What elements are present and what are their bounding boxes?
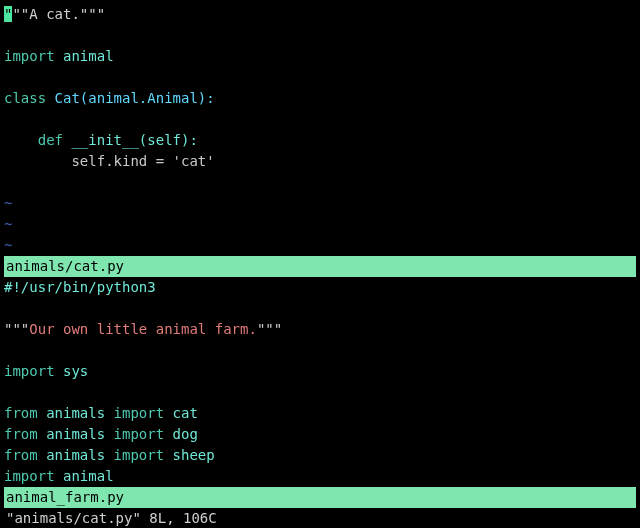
- import-target: sheep: [164, 447, 215, 463]
- keyword-import: import: [114, 426, 165, 442]
- keyword-from: from: [4, 405, 38, 421]
- indent: [4, 132, 38, 148]
- keyword-import: import: [114, 405, 165, 421]
- keyword-def: def: [38, 132, 63, 148]
- keyword-import: import: [4, 48, 55, 64]
- import-target: cat: [164, 405, 198, 421]
- command-line[interactable]: "animals/cat.py" 8L, 106C: [4, 508, 640, 528]
- vim-editor[interactable]: """A cat.""" import animal class Cat(ani…: [0, 0, 640, 528]
- keyword-from: from: [4, 426, 38, 442]
- blank-line: [4, 25, 640, 46]
- blank-line: [4, 298, 640, 319]
- function-signature: __init__(self):: [63, 132, 198, 148]
- module-name: animals: [38, 426, 114, 442]
- status-bar-bottom: animal_farm.py: [4, 487, 636, 508]
- code-line: """A cat.""": [4, 4, 640, 25]
- code-line: class Cat(animal.Animal):: [4, 88, 640, 109]
- code-line: self.kind = 'cat': [4, 151, 640, 172]
- code-line: import sys: [4, 361, 640, 382]
- code-line: from animals import sheep: [4, 445, 640, 466]
- code-line: import animal: [4, 466, 640, 487]
- code-line: def __init__(self):: [4, 130, 640, 151]
- blank-line: [4, 340, 640, 361]
- class-declaration: Cat(animal.Animal):: [46, 90, 215, 106]
- import-target: dog: [164, 426, 198, 442]
- code-line: import animal: [4, 46, 640, 67]
- module-name: animals: [38, 405, 114, 421]
- empty-line-tilde: ~: [4, 214, 640, 235]
- docstring-quote: """: [257, 321, 282, 337]
- shebang-line: #!/usr/bin/python3: [4, 277, 640, 298]
- code-line: """Our own little animal farm.""": [4, 319, 640, 340]
- empty-line-tilde: ~: [4, 193, 640, 214]
- keyword-import: import: [4, 468, 55, 484]
- module-name: animal: [55, 48, 114, 64]
- blank-line: [4, 172, 640, 193]
- code-line: from animals import dog: [4, 424, 640, 445]
- keyword-import: import: [114, 447, 165, 463]
- module-name: animals: [38, 447, 114, 463]
- status-bar-top: animals/cat.py: [4, 256, 636, 277]
- keyword-import: import: [4, 363, 55, 379]
- docstring-text: Our own little animal farm.: [29, 321, 257, 337]
- keyword-class: class: [4, 90, 46, 106]
- module-name: animal: [55, 468, 114, 484]
- docstring-quote: """: [4, 321, 29, 337]
- blank-line: [4, 382, 640, 403]
- docstring: ""A cat.""": [12, 6, 105, 22]
- blank-line: [4, 67, 640, 88]
- keyword-from: from: [4, 447, 38, 463]
- blank-line: [4, 109, 640, 130]
- code-line: from animals import cat: [4, 403, 640, 424]
- empty-line-tilde: ~: [4, 235, 640, 256]
- module-name: sys: [55, 363, 89, 379]
